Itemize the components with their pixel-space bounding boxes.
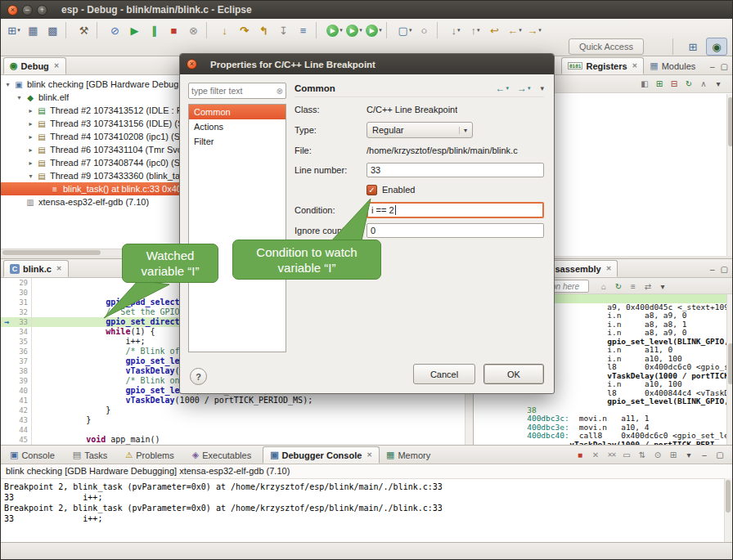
code-line[interactable]: 45 xTaskCreate(&blink_task, "blink_task"… [1,435,465,445]
line-number[interactable]: 31 [12,298,32,307]
window-close-button[interactable]: × [7,5,18,16]
tree-twisty-icon[interactable]: ▸ [25,120,36,128]
new-wizard-icon[interactable]: ⊞▾ [4,21,24,39]
toolbar-separator[interactable] [437,22,443,38]
view-menu-icon[interactable]: ▾ [681,448,696,461]
tab-tasks[interactable]: ▤ Tasks [66,446,119,464]
line-number[interactable]: 29 [12,278,32,288]
close-tab-icon[interactable]: ✕ [54,62,60,69]
close-tab-icon[interactable]: ✕ [366,451,372,459]
back-icon[interactable]: ←▾ [505,21,524,39]
open-console-icon[interactable]: ⊞ [666,448,681,461]
disconnect-icon[interactable]: ⊗ [184,21,204,39]
collapse-all-icon[interactable]: ∧ [696,78,711,91]
tab-memory[interactable]: ▦ Memory [380,446,442,464]
maximize-icon[interactable]: ▢ [721,265,728,274]
line-number[interactable]: 32 [12,307,32,317]
scroll-lock-icon[interactable]: ⇅ [635,448,650,461]
view-menu-icon[interactable]: ▾ [655,280,670,293]
toolbar-separator[interactable] [386,22,393,38]
skip-breakpoints-icon[interactable]: ⊘ [106,21,125,39]
resume-icon[interactable]: ▶ [125,21,145,39]
instruction-pointer-icon[interactable]: → [1,317,12,327]
refresh-icon[interactable]: ↻ [681,78,696,91]
home-icon[interactable]: ⌂ [596,280,611,293]
instruction-pointer-icon[interactable] [1,307,12,317]
step-over-icon[interactable]: ↷ [235,21,254,39]
instruction-pointer-icon[interactable] [1,386,12,396]
code-line[interactable]: 44 { [1,425,465,435]
window-minimize-button[interactable]: – [22,5,33,16]
toolbar-separator[interactable] [316,22,322,38]
save-icon[interactable]: ▦ [24,21,43,39]
instruction-pointer-icon[interactable] [1,278,12,288]
instruction-pointer-icon[interactable] [1,337,12,347]
ignore-count-input[interactable] [366,223,544,238]
window-maximize-button[interactable]: + [37,5,47,16]
instruction-pointer-icon[interactable] [1,366,12,376]
view-menu-icon[interactable]: ▾ [711,78,726,91]
external-tools-icon[interactable]: ▶▾ [364,21,384,39]
tab-modules[interactable]: ▦ Modules [644,57,706,74]
line-number[interactable]: 41 [12,396,32,405]
instruction-pointer-icon[interactable] [1,396,12,405]
forward-icon[interactable]: → [517,83,527,94]
tab-blink-c[interactable]: C blink.c ✕ [3,260,69,277]
line-number[interactable]: 35 [12,337,32,347]
tab-debugger-console[interactable]: ▣ Debugger Console ✕ [263,446,380,464]
build-icon[interactable]: ⚒ [74,21,94,39]
close-tab-icon[interactable]: ✕ [606,265,612,272]
tab-registers[interactable]: 0101 Registers ✕ [561,57,644,74]
instruction-pointer-icon[interactable] [1,376,12,386]
scrollbar-thumb[interactable] [728,97,733,146]
back-icon[interactable]: ← [495,83,505,94]
scrollbar-thumb[interactable] [728,343,733,384]
suspend-icon[interactable]: ∥ [145,21,164,39]
scrollbar-thumb[interactable] [726,480,731,513]
line-number[interactable]: 38 [12,366,32,376]
cancel-button[interactable]: Cancel [413,364,475,384]
condition-input[interactable]: i == 2 [366,202,544,218]
forward-icon[interactable]: →▾ [524,21,544,39]
search-icon[interactable]: ○ [415,21,434,39]
line-number[interactable]: 43 [12,415,32,425]
instruction-pointer-icon[interactable] [1,405,12,415]
tree-twisty-icon[interactable]: ▾ [14,94,25,101]
line-number[interactable]: 40 [12,386,32,396]
console-scrollbar[interactable] [724,478,732,542]
minimize-icon[interactable]: – [710,62,715,71]
view-menu-icon[interactable]: ▾ [540,84,544,92]
minimize-icon[interactable]: – [710,265,715,274]
debug-icon[interactable]: ▶▾ [325,21,344,39]
tab-debug[interactable]: ◉ Debug ✕ [3,57,66,74]
new-file-icon[interactable]: ▢▾ [395,21,415,39]
instruction-pointer-icon[interactable] [1,425,12,435]
ok-button[interactable]: OK [483,364,544,384]
close-tab-icon[interactable]: ✕ [56,265,62,272]
remove-launch-icon[interactable]: ✕ [588,448,603,461]
next-annotation-icon[interactable]: ↓▾ [446,21,465,39]
instruction-pointer-icon[interactable] [1,415,12,425]
pin-console-icon[interactable]: ⊙ [650,448,665,461]
drop-to-frame-icon[interactable]: ↧ [274,21,294,39]
debug-perspective-icon[interactable]: ◉ [706,38,727,56]
tree-twisty-icon[interactable]: ▸ [25,159,36,167]
dialog-close-button[interactable]: × [187,59,197,69]
open-perspective-icon[interactable]: ⊞ [682,38,704,56]
tree-twisty-icon[interactable]: ▸ [25,146,36,154]
line-number[interactable]: 33 [12,317,32,327]
step-return-icon[interactable]: ↰ [254,21,274,39]
line-number-input[interactable] [366,163,544,177]
step-into-icon[interactable]: ↓ [215,21,235,39]
type-select[interactable]: Regular ▾ [366,122,473,138]
toolbar-separator[interactable] [97,22,103,38]
registers-scrollbar[interactable] [726,94,733,256]
forward-menu-icon[interactable]: ▾ [528,85,531,92]
instruction-pointer-icon[interactable] [1,347,12,356]
enabled-checkbox[interactable]: ✓ [366,185,377,195]
clear-filter-icon[interactable]: ⊗ [277,87,283,96]
tree-twisty-icon[interactable]: ▾ [25,172,36,180]
remove-register-group-icon[interactable]: ⊟ [667,78,681,91]
dialog-nav-common[interactable]: Common [189,105,286,119]
prev-annotation-icon[interactable]: ↑▾ [465,21,485,39]
